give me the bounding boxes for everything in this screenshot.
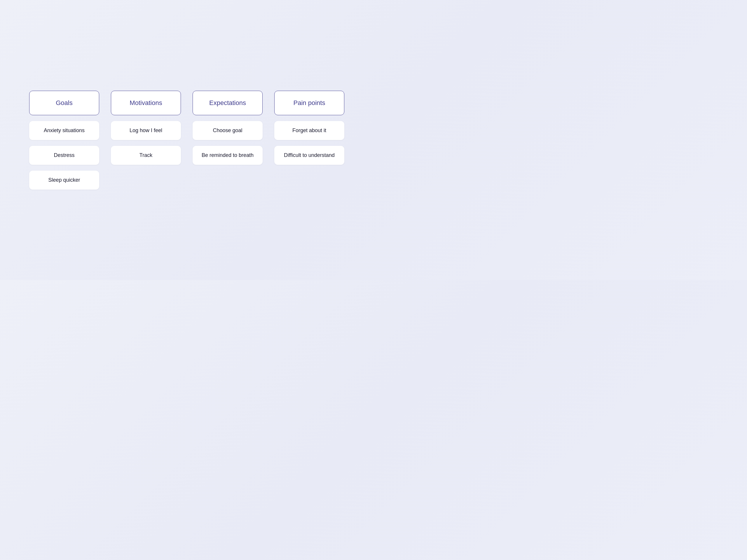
header-goals: Goals: [29, 91, 99, 115]
item-pain-points-1: Difficult to understand: [274, 146, 344, 165]
column-motivations: MotivationsLog how I feelTrack: [111, 91, 181, 165]
item-goals-0: Anxiety situations: [29, 121, 99, 140]
header-expectations: Expectations: [192, 91, 263, 115]
column-pain-points: Pain pointsForget about itDifficult to u…: [274, 91, 344, 165]
main-container: GoalsAnxiety situationsDestressSleep qui…: [18, 79, 356, 201]
header-pain-points: Pain points: [274, 91, 344, 115]
item-motivations-1: Track: [111, 146, 181, 165]
item-goals-2: Sleep quicker: [29, 170, 99, 190]
item-pain-points-0: Forget about it: [274, 121, 344, 140]
item-goals-1: Destress: [29, 146, 99, 165]
header-motivations: Motivations: [111, 91, 181, 115]
item-expectations-1: Be reminded to breath: [192, 146, 263, 165]
column-goals: GoalsAnxiety situationsDestressSleep qui…: [29, 91, 99, 190]
item-expectations-0: Choose goal: [192, 121, 263, 140]
item-motivations-0: Log how I feel: [111, 121, 181, 140]
column-expectations: ExpectationsChoose goalBe reminded to br…: [192, 91, 263, 165]
